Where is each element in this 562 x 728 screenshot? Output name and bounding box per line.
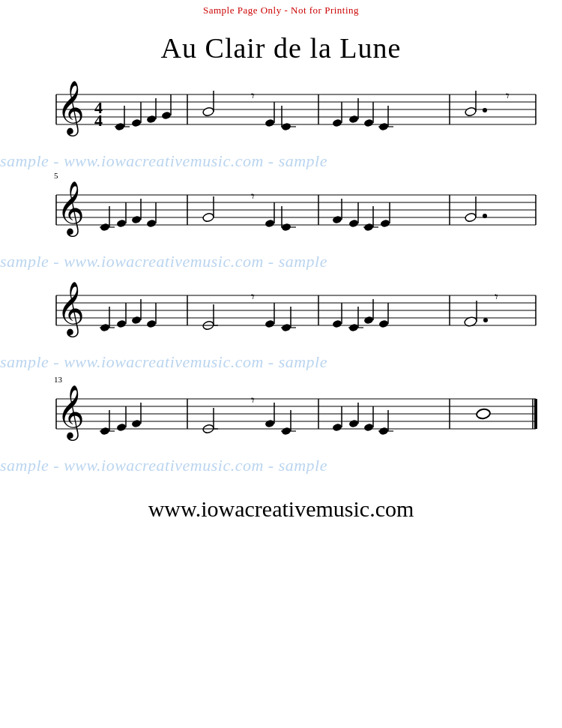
svg-point-142 xyxy=(131,419,142,428)
svg-point-18 xyxy=(146,115,157,124)
staff-section-3: 𝄞 𝄾 xyxy=(22,273,540,348)
svg-point-148 xyxy=(265,419,275,428)
svg-text:𝄞: 𝄞 xyxy=(57,81,85,137)
svg-point-32 xyxy=(348,115,359,124)
footer-website: www.iowacreativemusic.com xyxy=(0,496,562,522)
svg-point-63 xyxy=(202,212,214,222)
staff-svg-1: 𝄞 4 4 𝄾 xyxy=(22,72,540,147)
svg-point-66 xyxy=(265,219,275,228)
watermark-4: sample - www.iowacreativemusic.com - sam… xyxy=(0,456,562,474)
svg-point-162 xyxy=(476,409,491,420)
svg-point-155 xyxy=(348,419,359,428)
svg-point-30 xyxy=(332,118,342,127)
svg-point-73 xyxy=(348,219,359,228)
svg-text:𝄾: 𝄾 xyxy=(495,294,498,300)
svg-point-112 xyxy=(332,319,342,328)
svg-point-61 xyxy=(146,219,157,228)
watermark-1: sample - www.iowacreativemusic.com - sam… xyxy=(0,151,562,169)
staff-svg-3: 𝄞 𝄾 xyxy=(22,273,540,348)
staff-svg-2: 𝄞 𝄾 xyxy=(22,172,540,247)
page-title: Au Clair de la Lune xyxy=(0,31,562,64)
watermark-2: sample - www.iowacreativemusic.com - sam… xyxy=(0,252,562,270)
svg-point-107 xyxy=(265,319,275,328)
svg-text:𝄾: 𝄾 xyxy=(251,93,255,99)
staff-section-1: 𝄞 4 4 𝄾 xyxy=(22,72,540,147)
svg-point-57 xyxy=(116,219,127,228)
svg-point-117 xyxy=(363,316,374,325)
svg-point-124 xyxy=(483,318,488,322)
measure-number-4: 13 xyxy=(54,375,62,384)
svg-point-97 xyxy=(116,319,127,328)
svg-point-34 xyxy=(363,118,374,127)
top-watermark: Sample Page Only - Not for Printing xyxy=(0,0,562,18)
svg-text:𝄾: 𝄾 xyxy=(251,294,255,300)
svg-point-16 xyxy=(131,118,142,127)
svg-point-101 xyxy=(146,319,157,328)
svg-point-25 xyxy=(265,118,275,127)
svg-point-119 xyxy=(378,319,389,328)
svg-point-140 xyxy=(116,423,127,432)
svg-text:𝄞: 𝄞 xyxy=(57,181,85,238)
svg-text:𝄾: 𝄾 xyxy=(506,93,510,99)
svg-point-22 xyxy=(202,106,214,116)
svg-point-99 xyxy=(131,316,142,325)
staff-section-4: 13 𝄞 𝄾 xyxy=(22,376,540,451)
svg-point-80 xyxy=(465,212,477,222)
svg-point-20 xyxy=(161,111,172,120)
svg-point-39 xyxy=(465,106,477,116)
staff-svg-4: 𝄞 𝄾 xyxy=(22,376,540,451)
svg-text:𝄞: 𝄞 xyxy=(57,282,85,338)
svg-point-157 xyxy=(363,423,374,432)
measure-number-2: 5 xyxy=(54,171,58,180)
svg-text:𝄾: 𝄾 xyxy=(251,193,255,199)
svg-point-153 xyxy=(332,423,342,432)
svg-point-78 xyxy=(380,219,390,228)
staff-section-2: 5 𝄞 𝄾 xyxy=(22,172,540,247)
svg-point-82 xyxy=(483,214,487,218)
svg-text:𝄞: 𝄞 xyxy=(57,385,85,442)
svg-point-59 xyxy=(131,215,142,224)
svg-text:4: 4 xyxy=(94,111,103,130)
svg-text:𝄾: 𝄾 xyxy=(251,397,255,403)
svg-point-71 xyxy=(332,215,342,224)
watermark-3: sample - www.iowacreativemusic.com - sam… xyxy=(0,352,562,370)
svg-point-41 xyxy=(483,108,487,112)
